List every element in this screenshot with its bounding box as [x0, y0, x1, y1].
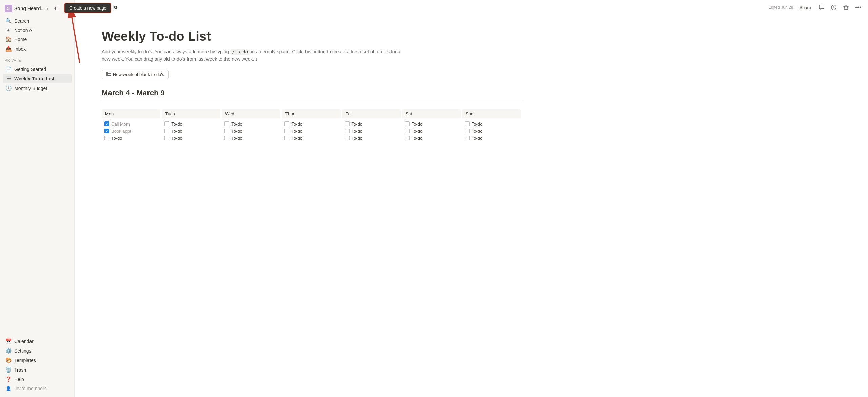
calendar-icon: 📅 [5, 338, 12, 344]
sidebar-item-help[interactable]: ❓ Help [3, 375, 72, 384]
sidebar-item-notion-ai[interactable]: ✦ Notion AI [3, 26, 72, 35]
sidebar-item-weekly-todo[interactable]: ☰ Weekly To-do List [3, 74, 72, 83]
sidebar-nav: 🔍 Search ✦ Notion AI 🏠 Home 📥 Inbox [0, 15, 74, 55]
chevron-down-icon: ▾ [47, 6, 49, 11]
inbox-icon: 📥 [5, 46, 12, 52]
workspace-name-label: Song Heard... [14, 6, 45, 11]
day-col: ThurTo-doTo-doTo-do [282, 109, 342, 142]
task-checkbox[interactable] [164, 136, 169, 140]
sidebar-item-weekly-todo-label: Weekly To-do List [14, 76, 55, 81]
task-checkbox[interactable] [224, 129, 229, 133]
task-checkbox[interactable] [164, 121, 169, 126]
sidebar-item-home[interactable]: 🏠 Home [3, 35, 72, 44]
task-label: To-do [231, 129, 242, 134]
templates-icon: 🎨 [5, 357, 12, 363]
sidebar-item-settings-label: Settings [14, 348, 32, 354]
task-checkbox[interactable] [465, 129, 470, 133]
task-checkbox[interactable] [224, 136, 229, 140]
task-item: To-do [283, 135, 340, 142]
task-checkbox[interactable] [284, 136, 289, 140]
task-checkbox[interactable] [104, 136, 109, 140]
day-header: Sun [462, 109, 521, 118]
history-button[interactable] [829, 4, 838, 11]
settings-icon: ⚙️ [5, 348, 12, 354]
task-label: To-do [352, 136, 363, 141]
svg-rect-0 [57, 7, 57, 10]
svg-rect-6 [106, 73, 108, 74]
sidebar-item-invite[interactable]: 👤 Invite members [3, 384, 72, 393]
collapse-sidebar-button[interactable] [52, 4, 61, 13]
task-label: Call Mom [111, 121, 130, 127]
new-page-tooltip: Create a new page [64, 3, 111, 13]
day-tasks: To-doTo-doTo-do [462, 118, 522, 142]
day-col: SatTo-doTo-doTo-do [402, 109, 462, 142]
task-checkbox[interactable] [465, 136, 470, 140]
task-label: To-do [352, 121, 363, 127]
task-item: To-do [403, 135, 461, 142]
favorite-button[interactable] [842, 4, 850, 11]
task-item: To-do [463, 128, 521, 135]
day-col: SunTo-doTo-doTo-do [462, 109, 522, 142]
task-checkbox[interactable] [284, 121, 289, 126]
week-divider [102, 103, 522, 103]
sidebar-item-calendar-label: Calendar [14, 339, 34, 344]
task-checkbox[interactable] [405, 129, 410, 133]
sidebar-item-monthly-budget[interactable]: 🕐 Monthly Budget [3, 83, 72, 93]
sidebar-item-trash[interactable]: 🗑️ Trash [3, 365, 72, 375]
more-options-button[interactable]: ••• [854, 3, 863, 12]
help-icon: ❓ [5, 376, 12, 382]
task-checkbox[interactable] [104, 121, 109, 126]
task-checkbox[interactable] [345, 121, 350, 126]
day-tasks: To-doTo-doTo-do [402, 118, 462, 142]
new-week-btn-label: New week of blank to-do's [113, 72, 164, 77]
task-label: To-do [171, 121, 182, 127]
edited-label: Edited Jun 28 [768, 5, 793, 10]
task-checkbox[interactable] [345, 129, 350, 133]
sidebar-item-templates-label: Templates [14, 358, 36, 363]
task-item: To-do [343, 135, 401, 142]
task-checkbox[interactable] [224, 121, 229, 126]
sidebar-item-monthly-budget-label: Monthly Budget [14, 86, 47, 91]
sidebar-item-help-label: Help [14, 377, 24, 382]
new-page-tooltip-label: Create a new page [69, 5, 106, 11]
task-checkbox[interactable] [405, 136, 410, 140]
week-heading: March 4 - March 9 [102, 89, 522, 97]
day-tasks: To-doTo-doTo-do [282, 118, 342, 142]
comment-button[interactable] [817, 4, 826, 11]
task-label: To-do [291, 129, 302, 134]
sidebar-item-templates[interactable]: 🎨 Templates [3, 356, 72, 365]
home-icon: 🏠 [5, 36, 12, 42]
task-checkbox[interactable] [164, 129, 169, 133]
new-week-button[interactable]: New week of blank to-do's [102, 70, 169, 79]
sidebar-item-settings[interactable]: ⚙️ Settings [3, 346, 72, 356]
share-button[interactable]: Share [796, 4, 814, 11]
page-icon: 📄 [5, 66, 12, 72]
task-item: To-do [163, 135, 220, 142]
sidebar-item-home-label: Home [14, 37, 27, 42]
private-section-label: Private [0, 55, 74, 63]
task-checkbox[interactable] [104, 129, 109, 133]
sidebar-item-trash-label: Trash [14, 367, 26, 373]
task-checkbox[interactable] [345, 136, 350, 140]
task-checkbox[interactable] [405, 121, 410, 126]
sidebar-item-calendar[interactable]: 📅 Calendar [3, 337, 72, 346]
task-checkbox[interactable] [465, 121, 470, 126]
task-checkbox[interactable] [284, 129, 289, 133]
sidebar-item-inbox[interactable]: 📥 Inbox [3, 44, 72, 54]
sidebar-item-search-label: Search [14, 18, 29, 24]
task-label: To-do [291, 121, 302, 127]
day-tasks: To-doTo-doTo-do [222, 118, 282, 142]
sidebar-item-invite-label: Invite members [14, 386, 47, 391]
sidebar-item-search[interactable]: 🔍 Search [3, 16, 72, 26]
task-item: To-do [223, 135, 280, 142]
code-inline: /to-do [230, 49, 250, 55]
topbar-right: Edited Jun 28 Share ••• [768, 3, 863, 12]
search-icon: 🔍 [5, 18, 12, 24]
day-tasks: To-doTo-doTo-do [342, 118, 402, 142]
workspace-name[interactable]: S Song Heard... ▾ [3, 3, 51, 14]
day-header: Mon [102, 109, 160, 118]
task-label: Book appt [111, 129, 131, 134]
topbar: Weekly To-do List Edited Jun 28 Share ••… [75, 0, 868, 15]
sidebar-item-getting-started[interactable]: 📄 Getting Started [3, 64, 72, 74]
svg-rect-8 [106, 75, 108, 76]
